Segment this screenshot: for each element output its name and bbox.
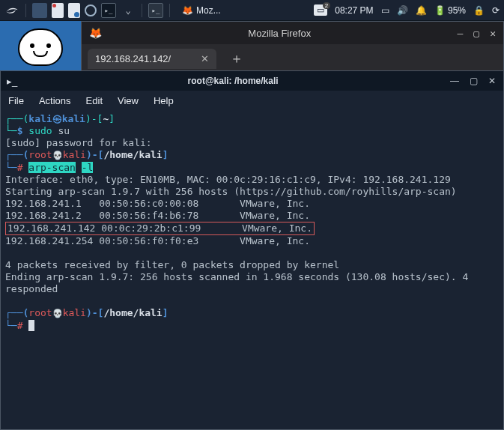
- menu-actions[interactable]: Actions: [39, 95, 71, 106]
- terminal-icon[interactable]: ▸_: [101, 3, 116, 18]
- display-icon[interactable]: ▭: [381, 5, 389, 16]
- minimize-button[interactable]: ―: [450, 76, 459, 86]
- menu-help[interactable]: Help: [154, 95, 174, 106]
- cursor: [28, 320, 34, 331]
- power-icon[interactable]: ⟳: [492, 5, 500, 16]
- globe-icon[interactable]: [85, 4, 97, 16]
- file-icon[interactable]: [52, 3, 64, 18]
- menu-view[interactable]: View: [118, 95, 139, 106]
- maximize-button[interactable]: ▢: [470, 76, 478, 86]
- terminal-body[interactable]: ┌──(kali㉿kali)-[~] └─$ sudo su [sudo] pa…: [1, 110, 503, 335]
- menu-file[interactable]: File: [8, 95, 24, 106]
- terminal-title: root@kali: /home/kali: [23, 76, 443, 86]
- menu-edit[interactable]: Edit: [86, 95, 103, 106]
- terminal-title-icon: ▸_: [1, 76, 23, 87]
- battery-indicator[interactable]: 🔋 95%: [434, 5, 466, 16]
- tab-close-icon[interactable]: ✕: [201, 53, 209, 64]
- taskbar-right: ▭2 08:27 PM ▭ 🔊 🔔 🔋 95% 🔒 ⟳: [314, 4, 500, 16]
- firefox-title: Mozilla Firefox: [109, 28, 450, 39]
- firefox-tab[interactable]: 192.168.241.142/ ✕: [88, 49, 216, 69]
- active-terminal-task[interactable]: ▸_: [148, 3, 163, 18]
- taskbar-task-label: Moz...: [196, 5, 221, 16]
- chevron-down-icon[interactable]: ⌄: [121, 3, 136, 18]
- close-button[interactable]: ✕: [490, 28, 496, 39]
- taskbar-task-firefox[interactable]: 🦊 Moz...: [176, 4, 227, 17]
- folder-icon[interactable]: [32, 3, 47, 18]
- clock[interactable]: 08:27 PM: [335, 5, 373, 16]
- firefox-tab-label: 192.168.241.142/: [95, 53, 171, 64]
- firefox-icon: 🦊: [89, 27, 102, 39]
- firefox-titlebar[interactable]: 🦊 Mozilla Firefox ― ▢ ✕: [82, 22, 503, 44]
- minimize-button[interactable]: ―: [458, 28, 464, 39]
- terminal-titlebar[interactable]: ▸_ root@kali: /home/kali ― ▢ ✕: [1, 71, 503, 91]
- workspace-indicator[interactable]: ▭2: [314, 4, 327, 16]
- taskbar: ▸_ ⌄ ▸_ 🦊 Moz... ▭2 08:27 PM ▭ 🔊 🔔 🔋 95%…: [0, 0, 504, 21]
- new-tab-button[interactable]: ＋: [222, 49, 251, 67]
- notification-icon[interactable]: 🔔: [416, 5, 427, 16]
- kali-menu-icon[interactable]: [4, 3, 19, 18]
- terminal-menubar: File Actions Edit View Help: [1, 91, 503, 110]
- firefox-icon: 🦊: [182, 5, 193, 16]
- terminal-window: ▸_ root@kali: /home/kali ― ▢ ✕ File Acti…: [0, 70, 504, 430]
- firefox-tabbar: 192.168.241.142/ ✕ ＋: [82, 44, 503, 73]
- volume-icon[interactable]: 🔊: [397, 5, 408, 16]
- highlighted-row: 192.168.241.142 00:0c:29:2b:c1:99 VMware…: [5, 222, 315, 235]
- desktop-thumbnail[interactable]: [0, 21, 81, 73]
- lock-icon[interactable]: 🔒: [473, 5, 485, 16]
- close-button[interactable]: ✕: [488, 76, 496, 86]
- file-icon-2[interactable]: [68, 3, 80, 18]
- maximize-button[interactable]: ▢: [473, 28, 479, 39]
- firefox-window: 🦊 Mozilla Firefox ― ▢ ✕ 192.168.241.142/…: [81, 21, 504, 75]
- taskbar-left: ▸_ ⌄ ▸_ 🦊 Moz...: [4, 3, 227, 18]
